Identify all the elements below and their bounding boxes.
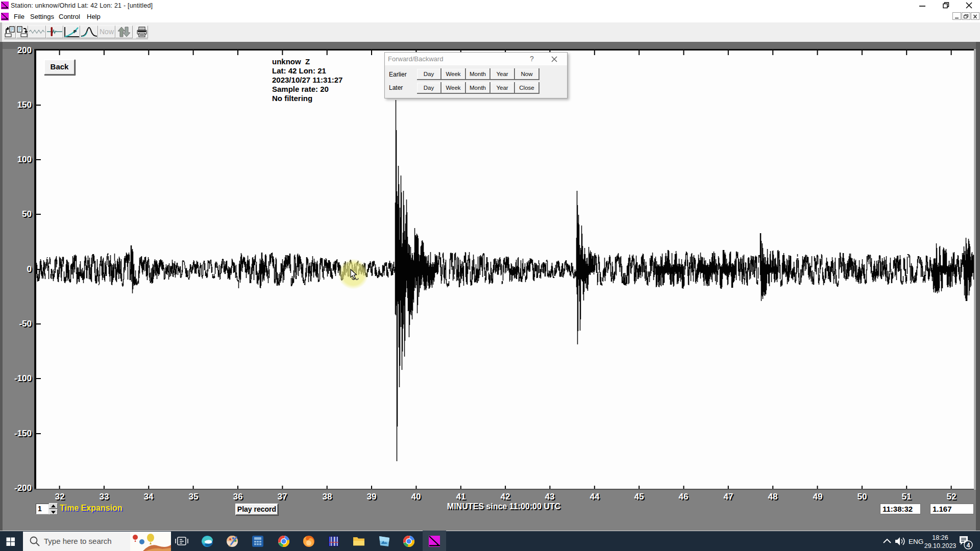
- svg-text:29.10.2023: 29.10.2023: [924, 542, 957, 549]
- svg-text:ENG: ENG: [909, 538, 923, 545]
- svg-text:4: 4: [967, 542, 970, 549]
- svg-text:18:26: 18:26: [932, 534, 948, 541]
- svg-text:P: P: [74, 29, 77, 34]
- svg-text:Type here to search: Type here to search: [44, 537, 112, 545]
